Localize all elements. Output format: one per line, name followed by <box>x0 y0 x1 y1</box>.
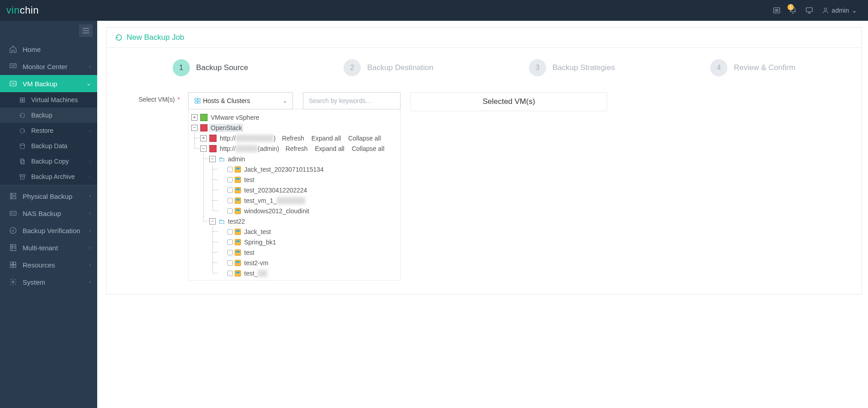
expand-icon[interactable]: + <box>200 135 207 141</box>
svg-rect-38 <box>14 265 16 267</box>
user-menu[interactable]: admin ⌄ <box>817 7 862 14</box>
vm-tree[interactable]: + VMware vSphere − <box>188 109 401 281</box>
tree-vm[interactable]: test_xxx <box>218 268 397 278</box>
sub-item-virtual-machines[interactable]: Virtual Machines <box>0 92 97 108</box>
wizard-steps: 1 Backup Source 2 Backup Destination 3 B… <box>125 59 843 76</box>
vm-icon <box>235 187 241 193</box>
tree-vm[interactable]: Spring_bk1 <box>218 237 397 247</box>
tree-vm[interactable]: test_20230412202224 <box>218 185 397 195</box>
svg-rect-4 <box>806 8 812 12</box>
tree-node-host1[interactable]: + http://xxxxxxxxxxxx) Refresh Expand al… <box>200 133 397 143</box>
sidebar-item-resources[interactable]: Resources ‹ <box>0 256 97 273</box>
user-name: admin <box>832 7 849 14</box>
sub-item-backup[interactable]: Backup <box>0 108 97 123</box>
action-collapse[interactable]: Collapse all <box>350 145 386 153</box>
step-2[interactable]: 2 Backup Destination <box>344 59 433 76</box>
tree-node-vmware[interactable]: + VMware vSphere <box>191 112 397 122</box>
notifications-icon[interactable]: 1 <box>785 2 801 19</box>
svg-rect-19 <box>20 159 24 163</box>
vmware-icon <box>200 114 208 121</box>
vm-icon <box>235 249 241 256</box>
expand-icon[interactable]: + <box>191 114 198 121</box>
checkbox[interactable] <box>227 188 233 193</box>
chevron-left-icon: ‹ <box>89 244 91 251</box>
svg-rect-40 <box>195 98 197 100</box>
sidebar-item-nas[interactable]: NAS NAS Backup ‹ <box>0 205 97 222</box>
sidebar-item-verification[interactable]: Backup Verification ‹ <box>0 222 97 239</box>
checkbox[interactable] <box>227 177 233 183</box>
step-1[interactable]: 1 Backup Source <box>173 59 248 76</box>
sidebar-item-physical[interactable]: Physical Backup ‹ <box>0 188 97 205</box>
sidebar-item-system[interactable]: System ‹ <box>0 273 97 291</box>
chevron-left-icon: ‹ <box>89 227 91 234</box>
chevron-down-icon: ⌄ <box>852 7 857 14</box>
action-refresh[interactable]: Refresh <box>281 134 306 142</box>
checkbox[interactable] <box>227 167 233 172</box>
sidebar-item-vmbackup[interactable]: VM VM Backup ⌄ <box>0 75 97 92</box>
search-input[interactable] <box>303 92 401 109</box>
sidebar-toggle[interactable] <box>79 24 93 37</box>
chevron-left-icon: ‹ <box>89 63 91 70</box>
svg-rect-42 <box>195 101 197 103</box>
brand-logo: vinchin <box>6 5 39 16</box>
openstack-icon <box>209 145 217 152</box>
svg-text:NAS: NAS <box>11 212 15 215</box>
svg-rect-17 <box>23 100 24 102</box>
tree-vm[interactable]: test2-vm <box>218 258 397 268</box>
collapse-icon[interactable]: − <box>209 218 216 225</box>
tree-vm[interactable]: windows2012_cloudinit <box>218 206 397 216</box>
tree-node-host2[interactable]: − http://xxxxxxx(admin) Refresh Expand a… <box>200 143 397 154</box>
svg-text:VM: VM <box>11 82 15 85</box>
collapse-icon[interactable]: − <box>200 145 207 152</box>
sub-item-backup-data[interactable]: Backup Data <box>0 138 97 154</box>
main: New Backup Job 1 Backup Source 2 Backup … <box>97 21 868 301</box>
list-icon[interactable] <box>769 2 785 19</box>
tree-vm[interactable]: test <box>218 174 397 185</box>
tree-vm[interactable]: test_vm_1_xxxxxxxxx <box>218 195 397 206</box>
sidebar-item-monitor[interactable]: Monitor Center ‹ <box>0 58 97 75</box>
svg-point-7 <box>824 8 826 10</box>
tree-folder-admin[interactable]: − 🗀 admin <box>209 154 397 164</box>
action-expand[interactable]: Expand all <box>310 134 342 142</box>
form-label: Select VM(s) * <box>125 92 188 103</box>
sub-item-backup-copy[interactable]: Backup Copy ‹ <box>0 154 97 169</box>
checkbox[interactable] <box>227 239 233 245</box>
tree-node-openstack[interactable]: − OpenStack <box>191 122 397 133</box>
sidebar-sub-vmbackup: Virtual Machines Backup Restore ‹ Backup… <box>0 92 97 184</box>
tree-vm[interactable]: Jack_test_20230710115134 <box>218 164 397 174</box>
panel-head: New Backup Job <box>107 28 861 48</box>
tree-folder-test22[interactable]: − 🗀 test22 <box>209 216 397 226</box>
action-expand[interactable]: Expand all <box>314 145 346 153</box>
tree-vm[interactable]: test <box>218 247 397 258</box>
checkbox[interactable] <box>227 271 233 276</box>
svg-rect-14 <box>20 98 22 99</box>
svg-rect-41 <box>198 98 200 100</box>
panel: New Backup Job 1 Backup Source 2 Backup … <box>106 27 862 295</box>
step-3[interactable]: 3 Backup Strategies <box>529 59 615 76</box>
action-refresh[interactable]: Refresh <box>284 145 309 153</box>
collapse-icon[interactable]: − <box>191 125 198 131</box>
tree-vm[interactable]: Jack_test <box>218 226 397 237</box>
action-collapse[interactable]: Collapse all <box>347 134 382 142</box>
vm-icon <box>235 239 241 245</box>
selected-vms-panel: Selected VM(s) <box>410 92 607 111</box>
sub-item-restore[interactable]: Restore ‹ <box>0 123 97 138</box>
chevron-left-icon: ‹ <box>89 262 91 268</box>
checkbox[interactable] <box>227 250 233 255</box>
svg-rect-22 <box>20 176 24 179</box>
svg-rect-15 <box>23 98 24 99</box>
sidebar-item-home[interactable]: Home <box>0 41 97 58</box>
checkbox[interactable] <box>227 208 233 214</box>
svg-point-18 <box>20 143 25 145</box>
sidebar-item-multitenant[interactable]: Multi-tenant ‹ <box>0 239 97 256</box>
monitor-icon[interactable] <box>801 2 817 19</box>
view-dropdown[interactable]: Hosts & Clusters ⌄ <box>188 92 293 109</box>
collapse-icon[interactable]: − <box>209 156 216 162</box>
step-4[interactable]: 4 Review & Confirm <box>710 59 795 76</box>
refresh-icon <box>115 33 123 42</box>
vm-icon <box>235 270 241 277</box>
sub-item-backup-archive[interactable]: Backup Archive ‹ <box>0 169 97 184</box>
checkbox[interactable] <box>227 229 233 234</box>
checkbox[interactable] <box>227 198 233 203</box>
checkbox[interactable] <box>227 260 233 266</box>
